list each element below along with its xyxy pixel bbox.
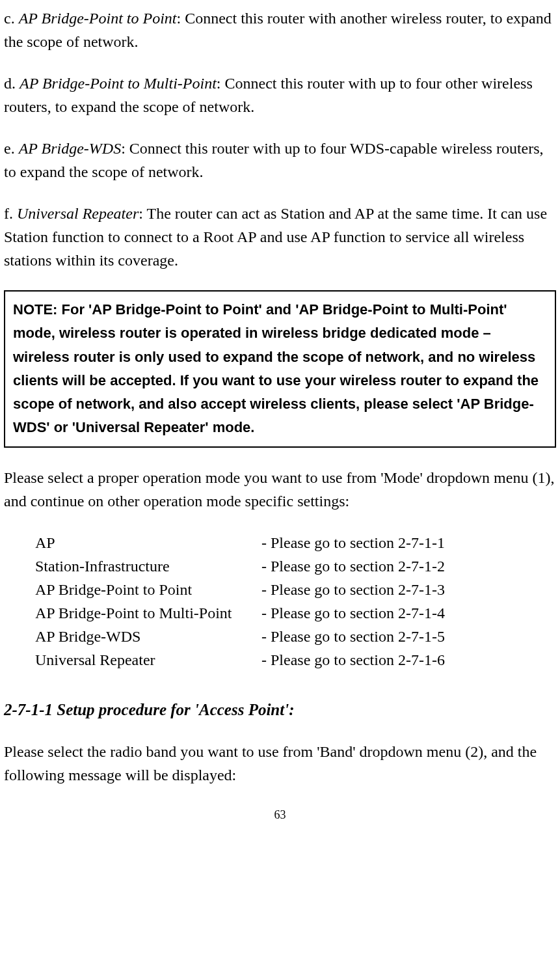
mode-label: AP Bridge-WDS (35, 625, 261, 648)
term-ap-bridge-ptp: AP Bridge-Point to Point (19, 10, 177, 27)
page-number: 63 (4, 806, 556, 824)
list-prefix: f. (4, 205, 17, 222)
paragraph-c: c. AP Bridge-Point to Point: Connect thi… (4, 7, 556, 53)
mode-ref: - Please go to section 2-7-1-1 (261, 531, 445, 554)
mode-row: AP Bridge-WDS - Please go to section 2-7… (35, 625, 556, 648)
note-text: NOTE: For 'AP Bridge-Point to Point' and… (13, 301, 539, 435)
section-heading: 2-7-1-1 Setup procedure for 'Access Poin… (4, 698, 556, 722)
mode-label: Station-Infrastructure (35, 554, 261, 578)
term-universal-repeater: Universal Repeater (17, 205, 139, 222)
mode-label: AP Bridge-Point to Point (35, 578, 261, 601)
list-prefix: e. (4, 140, 19, 157)
paragraph-d: d. AP Bridge-Point to Multi-Point: Conne… (4, 72, 556, 118)
paragraph-e: e. AP Bridge-WDS: Connect this router wi… (4, 137, 556, 184)
mode-ref: - Please go to section 2-7-1-5 (261, 625, 445, 648)
mode-label: AP Bridge-Point to Multi-Point (35, 601, 261, 625)
term-ap-bridge-wds: AP Bridge-WDS (19, 140, 122, 157)
paragraph-f: f. Universal Repeater: The router can ac… (4, 202, 556, 272)
select-intro-text: Please select a proper operation mode yo… (4, 469, 554, 510)
mode-row: AP Bridge-Point to Point - Please go to … (35, 578, 556, 601)
list-prefix: d. (4, 75, 20, 92)
mode-label: Universal Repeater (35, 648, 261, 672)
term-ap-bridge-ptmp: AP Bridge-Point to Multi-Point (20, 75, 217, 92)
mode-label: AP (35, 531, 261, 554)
mode-ref: - Please go to section 2-7-1-2 (261, 554, 445, 578)
mode-ref: - Please go to section 2-7-1-6 (261, 648, 445, 672)
mode-ref: - Please go to section 2-7-1-4 (261, 601, 445, 625)
mode-list: AP - Please go to section 2-7-1-1 Statio… (35, 531, 556, 672)
mode-row: AP Bridge-Point to Multi-Point - Please … (35, 601, 556, 625)
band-intro-text: Please select the radio band you want to… (4, 743, 537, 783)
note-box: NOTE: For 'AP Bridge-Point to Point' and… (4, 290, 556, 448)
band-intro-paragraph: Please select the radio band you want to… (4, 740, 556, 787)
mode-row: AP - Please go to section 2-7-1-1 (35, 531, 556, 554)
mode-row: Universal Repeater - Please go to sectio… (35, 648, 556, 672)
mode-row: Station-Infrastructure - Please go to se… (35, 554, 556, 578)
select-intro-paragraph: Please select a proper operation mode yo… (4, 466, 556, 513)
mode-ref: - Please go to section 2-7-1-3 (261, 578, 445, 601)
list-prefix: c. (4, 10, 19, 27)
